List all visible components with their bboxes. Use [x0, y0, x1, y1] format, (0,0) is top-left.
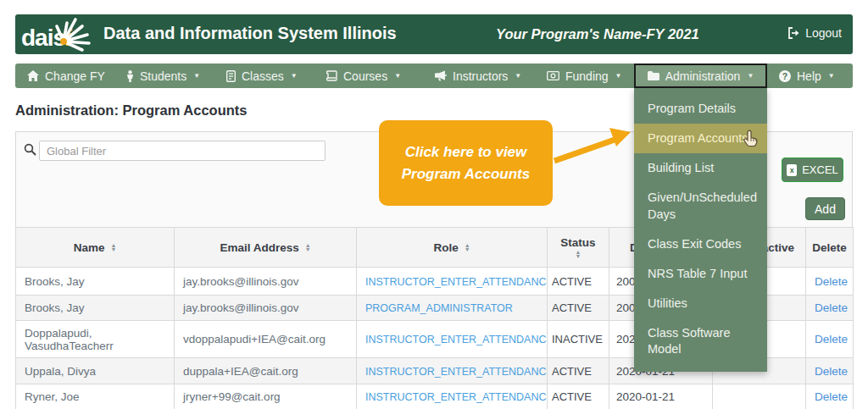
menu-item-given-unscheduled-days[interactable]: Given/UnScheduled Days [634, 183, 767, 229]
bullhorn-icon [435, 70, 447, 81]
chevron-down-icon: ▼ [828, 72, 835, 80]
money-icon [547, 71, 559, 80]
menu-item-building-list[interactable]: Building List [634, 153, 767, 183]
sort-icon: ▲▼ [110, 243, 116, 251]
sort-icon: ▲▼ [465, 243, 470, 251]
logout-label: Logout [805, 26, 842, 40]
col-header-role[interactable]: Role▲▼ [357, 228, 548, 268]
main-nav: Change FY Students ▼ Classes ▼ Courses ▼… [15, 64, 853, 88]
chevron-down-icon: ▼ [394, 72, 401, 80]
role-link[interactable]: INSTRUCTOR_ENTER_ATTENDANCE [365, 276, 548, 288]
cell-name: Brooks, Jay [16, 296, 175, 321]
program-name: Your Program's Name-FY 2021 [496, 26, 699, 42]
col-header-email[interactable]: Email Address▲▼ [175, 228, 357, 268]
cell-status: ACTIVE [548, 268, 609, 296]
menu-item-utilities[interactable]: Utilities [634, 289, 767, 318]
cell-name: Uppala, Divya [16, 358, 175, 384]
cell-status: ACTIVE [548, 358, 609, 384]
menu-item-class-software-model[interactable]: Class Software Model [634, 318, 767, 364]
nav-funding[interactable]: Funding ▼ [547, 64, 622, 88]
administration-dropdown-menu: Program Details Program Accounts Buildin… [634, 88, 767, 372]
cell-email: jryner+99@cait.org [175, 384, 357, 409]
cursor-hand-icon [743, 130, 760, 149]
delete-link[interactable]: Delete [815, 301, 848, 314]
folder-icon [648, 71, 659, 80]
add-label: Add [815, 202, 836, 216]
nav-classes[interactable]: Classes ▼ [226, 64, 298, 88]
nav-label: Administration [665, 69, 741, 83]
cell-name: Doppalapudi, VasudhaTeacherr [16, 321, 175, 358]
cell-status: INACTIVE [548, 321, 609, 358]
chevron-down-icon: ▼ [515, 72, 521, 80]
callout-line2: Program Accounts [379, 163, 553, 185]
col-header-delete: Delete [806, 228, 854, 268]
nav-label: Funding [565, 69, 609, 83]
cell-email: vdoppalapudi+IEA@cait.org [175, 321, 357, 358]
table-row: Ryner, Joe jryner+99@cait.org INSTRUCTOR… [16, 384, 854, 409]
nav-label: Courses [343, 69, 387, 83]
classes-icon [226, 70, 236, 82]
callout-arrow-icon [542, 125, 640, 172]
cell-email: duppala+IEA@cait.org [175, 358, 357, 384]
callout-line1: Click here to view [379, 141, 553, 163]
menu-item-program-accounts[interactable]: Program Accounts [634, 124, 767, 153]
menu-item-label: Program Accounts [648, 131, 748, 145]
nav-label: Instructors [453, 69, 508, 83]
sort-icon: ▲▼ [576, 250, 581, 258]
chevron-down-icon: ▼ [193, 72, 200, 80]
sign-out-icon [787, 27, 800, 39]
search-icon [24, 143, 36, 156]
app-title: Data and Information System Illinois [103, 24, 397, 43]
cell-email: jay.brooks@illinois.gov [175, 268, 357, 296]
chevron-down-icon: ▼ [615, 72, 622, 80]
nav-students[interactable]: Students ▼ [126, 64, 200, 88]
cell-name: Ryner, Joe [16, 384, 175, 409]
logout-button[interactable]: Logout [787, 26, 842, 40]
sort-icon: ▲▼ [305, 243, 311, 251]
chevron-down-icon: ▼ [747, 72, 754, 80]
cell-name: Brooks, Jay [16, 268, 175, 296]
nav-instructors[interactable]: Instructors ▼ [435, 64, 521, 88]
daisy-flower-icon [53, 16, 97, 53]
add-button[interactable]: Add [805, 197, 845, 220]
delete-link[interactable]: Delete [815, 333, 848, 345]
app-header: daisi Data and Information System Illino… [15, 14, 853, 54]
home-icon [27, 70, 39, 81]
delete-link[interactable]: Delete [815, 390, 848, 403]
nav-administration[interactable]: Administration ▼ [634, 64, 767, 88]
excel-label: EXCEL [802, 163, 838, 176]
cell-date-active: 2020-01-21 [609, 384, 713, 409]
callout-annotation: Click here to view Program Accounts [379, 120, 553, 206]
nav-label: Change FY [45, 69, 105, 83]
cell-status: ACTIVE [548, 384, 609, 409]
role-link[interactable]: PROGRAM_ADMINISTRATOR [365, 302, 513, 314]
role-link[interactable]: INSTRUCTOR_ENTER_ATTENDANCE [365, 334, 548, 345]
role-link[interactable]: INSTRUCTOR_ENTER_ATTENDANCE [365, 366, 548, 378]
nav-label: Help [797, 69, 821, 83]
nav-label: Classes [242, 69, 284, 83]
nav-help[interactable]: ? Help ▼ [779, 64, 835, 88]
delete-link[interactable]: Delete [815, 275, 848, 288]
student-icon [126, 70, 134, 82]
dais-logo: daisi [21, 18, 106, 53]
cell-status: ACTIVE [548, 296, 609, 321]
col-header-status[interactable]: Status▲▼ [548, 228, 609, 268]
menu-item-program-details[interactable]: Program Details [634, 94, 767, 124]
book-icon [326, 70, 337, 81]
role-link[interactable]: INSTRUCTOR_ENTER_ATTENDANCE [365, 391, 548, 403]
delete-link[interactable]: Delete [815, 365, 848, 378]
nav-courses[interactable]: Courses ▼ [326, 64, 401, 88]
page-title: Administration: Program Accounts [15, 102, 248, 119]
question-icon: ? [779, 70, 791, 82]
menu-item-class-exit-codes[interactable]: Class Exit Codes [634, 229, 767, 259]
nav-label: Students [140, 69, 186, 83]
menu-item-nrs-table-7-input[interactable]: NRS Table 7 Input [634, 259, 767, 289]
global-filter-input[interactable] [39, 141, 326, 161]
cell-email: jay.brooks@illinois.gov [175, 296, 357, 321]
excel-file-icon: x [787, 164, 797, 176]
excel-export-button[interactable]: x EXCEL [782, 158, 843, 182]
col-header-name[interactable]: Name▲▼ [16, 228, 175, 268]
nav-change-fy[interactable]: Change FY [27, 64, 105, 88]
cell-date-inactive [713, 384, 806, 409]
chevron-down-icon: ▼ [291, 72, 298, 80]
